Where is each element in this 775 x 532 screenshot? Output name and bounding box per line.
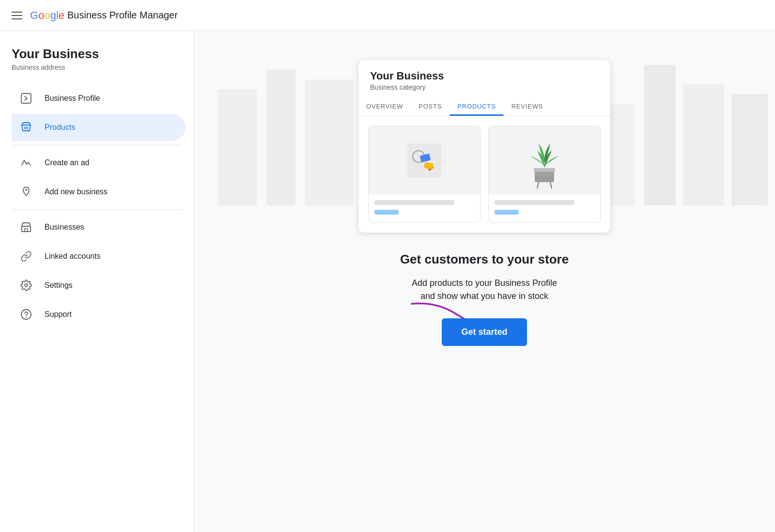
cta-section: Get customers to your store Add products…: [358, 252, 610, 350]
sidebar-item-create-ad[interactable]: Create an ad: [12, 149, 186, 176]
sidebar-label-settings: Settings: [45, 281, 73, 290]
sidebar-item-settings[interactable]: Settings: [12, 272, 186, 299]
svg-rect-0: [21, 94, 31, 103]
sidebar-label-businesses: Businesses: [45, 223, 84, 232]
svg-point-3: [21, 310, 31, 319]
sidebar-item-businesses[interactable]: Businesses: [12, 214, 186, 241]
sidebar-label-support: Support: [45, 310, 72, 319]
sidebar-item-linked-accounts[interactable]: Linked accounts: [12, 243, 186, 270]
svg-line-24: [537, 182, 539, 188]
svg-rect-16: [731, 94, 768, 205]
cta-title: Get customers to your store: [358, 252, 610, 267]
sidebar-divider-2: [12, 209, 182, 210]
svg-rect-14: [644, 65, 676, 205]
card-business-name: Your Business: [370, 70, 599, 82]
business-preview-card: Your Business Business category OVERVIEW…: [358, 60, 610, 233]
product-action-btn-2: [495, 210, 519, 215]
tab-products[interactable]: PRODUCTS: [450, 97, 503, 116]
ads-icon: [19, 156, 33, 170]
hamburger-menu[interactable]: [12, 12, 22, 19]
tab-overview[interactable]: OVERVIEW: [358, 97, 411, 116]
products-grid: [358, 116, 610, 233]
svg-rect-7: [305, 79, 354, 205]
product-name-placeholder-2: [495, 200, 574, 205]
card-header: Your Business Business category: [358, 60, 610, 91]
sidebar-item-products[interactable]: Products: [12, 114, 186, 141]
link-icon: [19, 250, 33, 263]
gear-icon: [19, 279, 33, 292]
sidebar-business-name: Your Business: [12, 47, 193, 62]
svg-rect-23: [534, 168, 555, 172]
arrow-right-square-icon: [19, 92, 33, 105]
product-name-placeholder-1: [374, 200, 454, 205]
sidebar-divider-1: [12, 145, 182, 145]
tab-posts[interactable]: POSTS: [411, 97, 450, 116]
svg-rect-5: [218, 89, 257, 205]
sidebar-item-business-profile[interactable]: Business Profile: [12, 85, 186, 112]
storefront-icon: [19, 220, 33, 234]
arrow-container: Get started: [358, 318, 610, 346]
product-image-2: [489, 126, 600, 194]
svg-point-2: [25, 284, 28, 287]
sidebar-business-address: Business address: [12, 63, 193, 71]
sidebar: Your Business Business address Business …: [0, 31, 194, 532]
svg-line-25: [550, 182, 552, 188]
google-wordmark: Google: [30, 9, 64, 22]
tab-reviews[interactable]: REVIEWS: [504, 97, 551, 116]
product-info-2: [489, 194, 600, 205]
card-business-category: Business category: [370, 83, 599, 91]
get-started-button[interactable]: Get started: [442, 318, 527, 346]
app-title: Business Profile Manager: [67, 10, 178, 21]
svg-rect-15: [683, 84, 724, 205]
app-logo: Google Business Profile Manager: [30, 9, 178, 22]
app-header: Google Business Profile Manager: [0, 0, 775, 31]
product-info-1: [369, 194, 480, 205]
sidebar-label-linked-accounts: Linked accounts: [45, 252, 101, 261]
product-card-1: [368, 126, 480, 223]
main-content: Your Business Business category OVERVIEW…: [194, 31, 775, 532]
product-action-btn-1: [374, 210, 399, 215]
svg-rect-6: [266, 70, 295, 205]
sidebar-item-add-business[interactable]: Add new business: [12, 178, 186, 205]
basket-icon: [19, 121, 33, 134]
sidebar-label-business-profile: Business Profile: [45, 94, 100, 103]
card-tabs: OVERVIEW POSTS PRODUCTS REVIEWS: [358, 97, 610, 116]
sidebar-label-add-business: Add new business: [45, 188, 108, 196]
sidebar-item-support[interactable]: Support: [12, 301, 186, 328]
product-image-1: [369, 126, 480, 194]
add-location-icon: [19, 185, 33, 199]
main-layout: Your Business Business address Business …: [0, 31, 775, 532]
sidebar-label-products: Products: [45, 123, 75, 132]
sidebar-label-create-ad: Create an ad: [45, 158, 90, 167]
product-card-2: [488, 126, 601, 223]
help-circle-icon: [19, 308, 33, 321]
